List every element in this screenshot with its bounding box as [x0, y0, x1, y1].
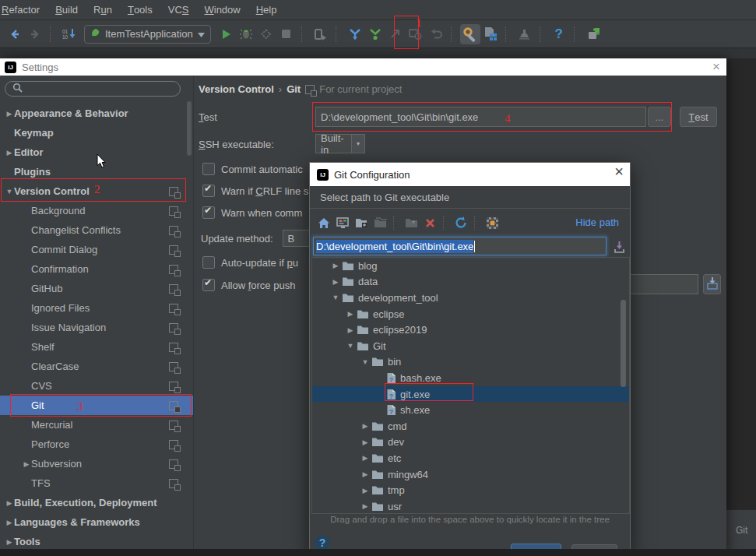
sidebar-item-editor[interactable]: ▶Editor — [0, 143, 193, 162]
delete-icon[interactable] — [420, 213, 439, 232]
menu-vcs[interactable]: VCS — [160, 0, 197, 19]
tree-item-bash-exe[interactable]: ?bash.exe — [312, 370, 629, 386]
copy-folder-icon[interactable] — [371, 213, 389, 232]
chevron-right-icon[interactable]: ▶ — [5, 538, 14, 546]
breadcrumb-section[interactable]: Version Control — [199, 83, 274, 95]
sdk-icon[interactable] — [515, 24, 535, 44]
checkbox[interactable] — [202, 256, 215, 269]
chevron-right-icon[interactable]: ▶ — [22, 460, 31, 468]
sidebar-item-changelist-conflicts[interactable]: Changelist Conflicts — [0, 220, 193, 240]
browse-button[interactable]: ... — [648, 107, 671, 127]
sidebar-item-git[interactable]: Git — [0, 396, 193, 415]
debug-icon[interactable] — [236, 24, 256, 44]
vcs-update-icon[interactable] — [345, 24, 365, 44]
run-configuration-select[interactable]: ItemTestApplication — [84, 25, 211, 44]
settings-icon[interactable] — [460, 24, 480, 44]
sidebar-item-keymap[interactable]: Keymap — [0, 123, 193, 143]
rollback-icon[interactable] — [426, 24, 446, 44]
tree-item-eclipse[interactable]: ▶eclipse — [312, 306, 629, 322]
chevron-right-icon[interactable]: ▶ — [346, 310, 355, 318]
chevron-right-icon[interactable]: ▶ — [331, 262, 340, 269]
vcs-commit-icon[interactable] — [365, 24, 385, 44]
tree-item-dev[interactable]: ▶dev — [312, 435, 629, 451]
checkbox[interactable] — [202, 185, 215, 197]
menu-help[interactable]: Help — [248, 0, 285, 19]
home-icon[interactable] — [315, 213, 333, 232]
checkbox[interactable] — [202, 206, 215, 219]
checkbox[interactable] — [202, 163, 215, 175]
tree-item-usr[interactable]: ▶usr — [312, 498, 629, 514]
hide-path-link[interactable]: Hide path — [575, 216, 619, 228]
history-icon[interactable] — [406, 24, 426, 44]
help-icon[interactable]: ? — [549, 24, 569, 44]
load-icon[interactable]: 0110 — [59, 24, 79, 44]
tree-item-bin[interactable]: ▼bin — [312, 354, 629, 371]
stop-icon[interactable] — [276, 24, 297, 44]
paste-path-icon[interactable] — [610, 239, 628, 255]
tree-item-blog[interactable]: ▶blog — [312, 258, 629, 274]
sidebar-item-subversion[interactable]: ▶Subversion — [0, 454, 193, 473]
refresh-icon[interactable] — [452, 213, 470, 232]
chevron-down-icon[interactable]: ▼ — [5, 188, 14, 195]
tree-item-git-exe[interactable]: ?git.exe — [312, 386, 629, 403]
coverage-icon[interactable] — [256, 24, 276, 44]
sidebar-item-issue-navigation[interactable]: Issue Navigation — [0, 318, 193, 337]
menu-tools[interactable]: Tools — [120, 0, 160, 19]
git-tool-window-button[interactable]: Git — [736, 525, 747, 536]
tree-item-data[interactable]: ▶data — [312, 274, 629, 290]
tree-item-etc[interactable]: ▶etc — [312, 450, 629, 466]
attach-icon[interactable] — [311, 24, 331, 44]
chevron-right-icon[interactable]: ▶ — [5, 519, 14, 526]
sidebar-item-version-control[interactable]: ▼Version Control — [0, 181, 193, 201]
chevron-right-icon[interactable]: ▶ — [331, 278, 340, 286]
desktop-icon[interactable] — [333, 213, 352, 232]
sidebar-scrollbar-thumb[interactable] — [187, 101, 192, 156]
tree-scrollbar-thumb[interactable] — [621, 300, 626, 387]
sidebar-item-ignored-files[interactable]: Ignored Files — [0, 298, 193, 318]
structure-icon[interactable] — [480, 24, 501, 44]
back-icon[interactable] — [5, 24, 25, 44]
hidden-icon[interactable] — [483, 213, 501, 232]
help-icon[interactable]: ? — [315, 535, 330, 551]
chevron-down-icon[interactable]: ▼ — [346, 342, 355, 350]
git-path-input[interactable]: D:\development_tool\Git\bin\git.exe — [315, 107, 646, 127]
menu-run[interactable]: Run — [86, 0, 120, 19]
chevron-right-icon[interactable]: ▶ — [360, 438, 370, 446]
settings-search-input[interactable] — [5, 81, 181, 97]
run-icon[interactable] — [216, 24, 236, 44]
plugin-icon[interactable] — [583, 24, 603, 44]
chevron-right-icon[interactable]: ▶ — [360, 487, 370, 494]
sidebar-item-perforce[interactable]: Perforce — [0, 435, 193, 454]
forward-icon[interactable] — [25, 24, 45, 44]
sidebar-item-plugins[interactable]: Plugins — [0, 162, 193, 181]
checkbox[interactable] — [202, 279, 215, 291]
tree-item-cmd[interactable]: ▶cmd — [312, 418, 629, 435]
close-icon[interactable]: × — [614, 163, 624, 180]
chevron-right-icon[interactable]: ▶ — [5, 110, 14, 118]
star-folder-icon[interactable]: * — [402, 213, 420, 232]
push-icon[interactable] — [385, 24, 406, 44]
sidebar-item-github[interactable]: GitHub — [0, 279, 193, 298]
sidebar-item-background[interactable]: Background — [0, 201, 193, 220]
chevron-right-icon[interactable]: ▶ — [5, 149, 14, 157]
paste-into-field-button[interactable] — [703, 274, 721, 294]
sidebar-item-tfs[interactable]: TFS — [0, 473, 193, 493]
tree-item-tmp[interactable]: ▶tmp — [312, 482, 629, 498]
chevron-right-icon[interactable]: ▶ — [5, 499, 14, 507]
sidebar-item-build-execution-deployment[interactable]: ▶Build, Execution, Deployment — [0, 493, 193, 512]
chevron-right-icon[interactable]: ▶ — [360, 422, 370, 430]
close-icon[interactable]: × — [712, 58, 720, 76]
sidebar-item-shelf[interactable]: Shelf — [0, 337, 193, 357]
ssh-executable-select[interactable]: Built-in ▾ — [315, 134, 365, 153]
sidebar-item-commit-dialog[interactable]: Commit Dialog — [0, 240, 193, 259]
chevron-right-icon[interactable]: ▶ — [360, 454, 370, 462]
tree-item-git[interactable]: ▼Git — [312, 338, 629, 354]
sidebar-item-clearcase[interactable]: ClearCase — [0, 357, 193, 376]
tree-item-sh-exe[interactable]: ?sh.exe — [312, 402, 629, 418]
chevron-down-icon[interactable]: ▼ — [360, 358, 370, 366]
sidebar-item-confirmation[interactable]: Confirmation — [0, 259, 193, 279]
sidebar-item-mercurial[interactable]: Mercurial — [0, 415, 193, 435]
chevron-right-icon[interactable]: ▶ — [346, 326, 355, 334]
tree-item-development-tool[interactable]: ▼development_tool — [312, 290, 629, 306]
tree-item-mingw64[interactable]: ▶mingw64 — [312, 466, 629, 483]
